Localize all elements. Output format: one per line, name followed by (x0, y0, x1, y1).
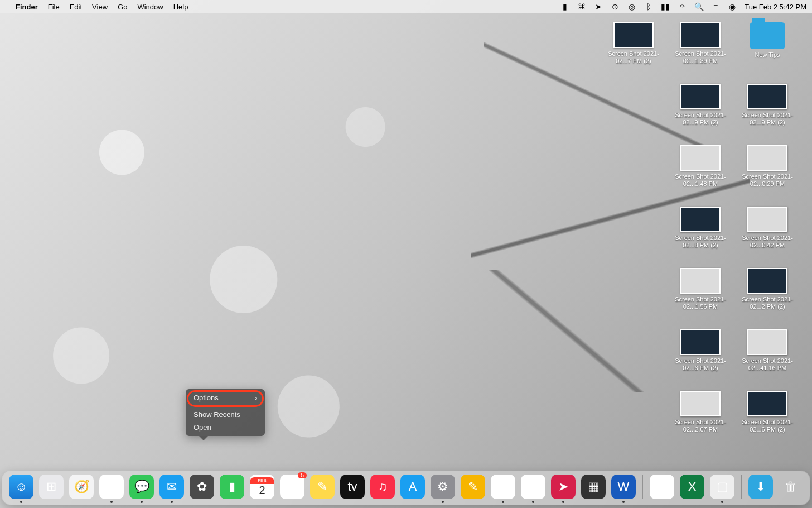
desktop-file[interactable]: Screen Shot 2021-02...0.42 PM (734, 207, 801, 268)
desktop-file[interactable]: Screen Shot 2021-02...2.07 PM (667, 391, 734, 452)
dock-separator (741, 475, 742, 499)
dock-app-messenger[interactable]: ✉ (491, 475, 515, 499)
dock-separator (642, 475, 643, 499)
desktop-icon-label: Screen Shot 2021-02...9 PM (2) (669, 112, 733, 126)
screenshot-thumbnail (747, 391, 787, 416)
context-menu-show-recents[interactable]: Show Recents (186, 408, 265, 421)
menu-bar: Finder File Edit View Go Window Help ▮ ⌘… (0, 0, 812, 13)
dock-app-launchpad[interactable]: ⊞ (39, 475, 64, 499)
menu-file[interactable]: File (48, 3, 60, 11)
dock-app-sketch[interactable]: ✎ (461, 475, 485, 499)
folder-icon (750, 22, 785, 49)
desktop-folder[interactable]: New Tips (734, 22, 801, 84)
desktop-file[interactable]: Screen Shot 2021-02...6 PM (2) (667, 329, 734, 391)
menu-help[interactable]: Help (173, 3, 188, 11)
desktop-file[interactable]: Screen Shot 2021-02...1.56 PM (667, 268, 734, 329)
dock-app-mail[interactable]: ✉ (160, 475, 184, 499)
desktop-icon-label: New Tips (755, 51, 780, 59)
calendar-day: 2 (259, 484, 265, 497)
spotlight-icon[interactable]: 🔍 (694, 2, 703, 11)
running-indicator (110, 501, 113, 503)
wifi-icon[interactable]: ⌔ (678, 2, 687, 11)
dock-app-music[interactable]: ♫ (370, 475, 395, 499)
running-indicator (721, 501, 723, 503)
desktop-file[interactable]: Screen Shot 2021-02...6 PM (2) (734, 391, 801, 452)
dock-app-safari[interactable]: 🧭 (69, 475, 94, 499)
screenshot-thumbnail (747, 145, 787, 171)
dock-app-reminders[interactable]: ≡5 (280, 475, 304, 499)
desktop-file[interactable]: Screen Shot 2021-02...1.39 PM (667, 22, 734, 84)
creative-cloud-icon[interactable]: ⌘ (577, 2, 586, 11)
dock-app-downloads[interactable]: ⬇ (748, 475, 773, 499)
running-indicator (171, 501, 173, 503)
desktop-icon-label: Screen Shot 2021-02...2.07 PM (669, 419, 733, 433)
snagit-menubar-icon[interactable]: ➤ (594, 2, 603, 11)
screenshot-thumbnail (680, 145, 721, 171)
desktop-file[interactable]: Screen Shot 2021-02...9 PM (2) (734, 84, 801, 145)
dock-app-snagit[interactable]: ➤ (551, 475, 576, 499)
menu-edit[interactable]: Edit (70, 3, 82, 11)
desktop-icon-label: Screen Shot 2021-02...2 PM (2) (736, 296, 800, 310)
playback-icon[interactable]: ⊙ (611, 2, 620, 11)
dock: ☺⊞🧭◉💬✉✿▮FEB2≡5✎tv♫A⚙✎✉⌗➤▦W▶X▢⬇🗑 (2, 471, 810, 505)
desktop-icon-label: Screen Shot 2021-02...6 PM (2) (736, 419, 800, 433)
desktop-icon-label: Screen Shot 2021-02...1.39 PM (669, 50, 733, 65)
context-menu-options[interactable]: Options › (186, 391, 265, 404)
context-menu-open-label: Open (194, 423, 211, 432)
calendar-month: FEB (250, 477, 274, 484)
desktop-file[interactable]: Screen Shot 2021-02...9 PM (2) (667, 84, 734, 145)
dock-app-photos[interactable]: ✿ (190, 475, 214, 499)
desktop-icon-label: Screen Shot 2021-02...1.56 PM (669, 296, 733, 310)
desktop-file[interactable]: Screen Shot 2021-02...41.16 PM (734, 329, 801, 391)
app-menu[interactable]: Finder (16, 3, 38, 11)
battery-icon[interactable]: ▮▮ (661, 2, 670, 11)
reminders-badge: 5 (298, 472, 307, 478)
menu-window[interactable]: Window (137, 3, 163, 11)
dock-app-calendar[interactable]: FEB2 (250, 475, 274, 499)
dock-container: ☺⊞🧭◉💬✉✿▮FEB2≡5✎tv♫A⚙✎✉⌗➤▦W▶X▢⬇🗑 (2, 471, 810, 505)
context-menu-show-recents-label: Show Recents (194, 410, 240, 419)
menubar-clock[interactable]: Tue Feb 2 5:42 PM (745, 3, 806, 11)
desktop-file[interactable]: Screen Shot 2021-02...8 PM (2) (667, 207, 734, 268)
siri-icon[interactable]: ◉ (728, 2, 737, 11)
context-menu-open[interactable]: Open (186, 421, 265, 434)
dock-app-settings[interactable]: ⚙ (431, 475, 455, 499)
bluetooth-icon[interactable]: ᛒ (644, 2, 653, 11)
dock-app-zoom[interactable]: ▶ (650, 475, 674, 499)
screenshot-thumbnail (680, 329, 721, 355)
desktop-icon-label: Screen Shot 2021-02...9 PM (2) (736, 112, 800, 126)
dock-app-excel[interactable]: X (680, 475, 704, 499)
dock-app-appletv[interactable]: tv (340, 475, 365, 499)
desktop-file[interactable]: Screen Shot 2021-02...7 PM (2) (600, 22, 667, 84)
running-indicator (502, 501, 504, 503)
control-center-icon[interactable]: ≡ (711, 2, 720, 11)
menu-view[interactable]: View (92, 3, 108, 11)
dock-app-notes[interactable]: ✎ (310, 475, 335, 499)
dock-app-facetime[interactable]: ▮ (220, 475, 244, 499)
screenshot-thumbnail (747, 207, 787, 232)
menu-go[interactable]: Go (118, 3, 127, 11)
desktop-file[interactable]: Screen Shot 2021-02...1.48 PM (667, 145, 734, 207)
dock-context-menu: Options › Show Recents Open (186, 389, 265, 436)
dock-app-preview[interactable]: ▢ (710, 475, 734, 499)
dock-app-word[interactable]: W (611, 475, 636, 499)
desktop-file[interactable]: Screen Shot 2021-02...0.29 PM (734, 145, 801, 207)
dock-app-calc[interactable]: ▦ (581, 475, 606, 499)
airdrop-icon[interactable]: ◎ (627, 2, 636, 11)
running-indicator (20, 501, 22, 503)
screenshot-thumbnail (747, 329, 787, 355)
dock-app-chrome[interactable]: ◉ (99, 475, 124, 499)
facetime-icon[interactable]: ▮ (560, 2, 569, 11)
dock-app-appstore[interactable]: A (400, 475, 425, 499)
desktop-file[interactable]: Screen Shot 2021-02...2 PM (2) (734, 268, 801, 329)
desktop-icon-label: Screen Shot 2021-02...6 PM (2) (669, 357, 733, 372)
dock-app-slack[interactable]: ⌗ (521, 475, 545, 499)
screenshot-thumbnail (680, 207, 721, 232)
dock-app-messages[interactable]: 💬 (129, 475, 154, 499)
desktop-icon-label: Screen Shot 2021-02...0.42 PM (736, 234, 800, 249)
dock-app-trash[interactable]: 🗑 (779, 475, 803, 499)
desktop-icon-label: Screen Shot 2021-02...1.48 PM (669, 173, 733, 188)
desktop-icon-label: Screen Shot 2021-02...0.29 PM (736, 173, 800, 188)
running-indicator (141, 501, 143, 503)
dock-app-finder[interactable]: ☺ (9, 475, 33, 499)
